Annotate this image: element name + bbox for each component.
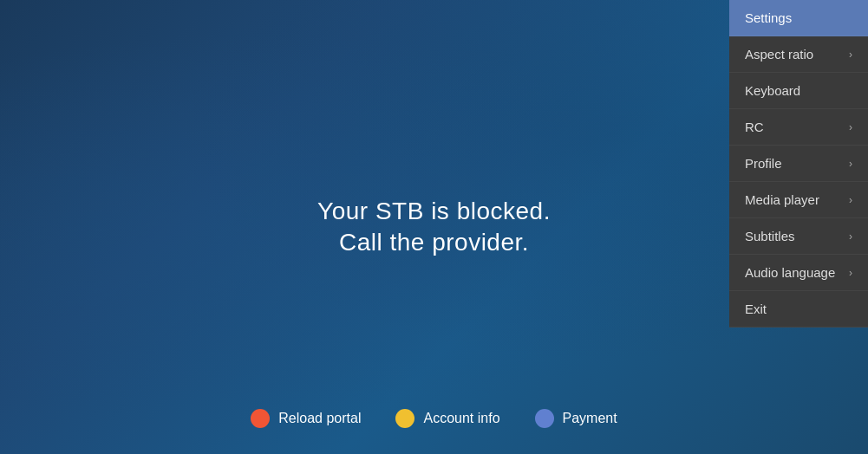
- reload-portal-dot: [251, 409, 270, 428]
- payment-button[interactable]: Payment: [535, 409, 617, 428]
- message-line2: Call the provider.: [317, 229, 551, 256]
- payment-label: Payment: [563, 411, 617, 426]
- account-info-button[interactable]: Account info: [395, 409, 499, 428]
- menu-item-aspect-ratio[interactable]: Aspect ratio›: [729, 36, 868, 73]
- menu-item-label-exit: Exit: [745, 302, 767, 316]
- main-message: Your STB is blocked. Call the provider.: [317, 198, 551, 256]
- menu-item-keyboard[interactable]: Keyboard: [729, 73, 868, 109]
- menu-item-label-subtitles: Subtitles: [745, 229, 795, 243]
- menu-item-label-profile: Profile: [745, 156, 782, 171]
- menu-item-audio-language[interactable]: Audio language›: [729, 255, 868, 291]
- account-info-label: Account info: [423, 411, 499, 426]
- chevron-right-icon: ›: [849, 230, 852, 243]
- payment-dot: [535, 409, 554, 428]
- account-info-dot: [395, 409, 414, 428]
- menu-item-label-rc: RC: [745, 120, 764, 134]
- menu-item-label-settings: Settings: [745, 10, 792, 25]
- menu-item-subtitles[interactable]: Subtitles›: [729, 218, 868, 255]
- chevron-right-icon: ›: [849, 121, 852, 133]
- menu-item-label-keyboard: Keyboard: [745, 83, 800, 98]
- menu-item-label-aspect-ratio: Aspect ratio: [745, 47, 813, 62]
- menu-item-label-audio-language: Audio language: [745, 265, 835, 280]
- menu-item-rc[interactable]: RC›: [729, 109, 868, 146]
- menu-item-label-media-player: Media player: [745, 192, 819, 207]
- menu-item-settings[interactable]: Settings: [729, 0, 868, 36]
- menu-item-media-player[interactable]: Media player›: [729, 182, 868, 218]
- chevron-right-icon: ›: [849, 267, 852, 279]
- bottom-bar: Reload portal Account info Payment: [0, 409, 868, 428]
- menu-item-profile[interactable]: Profile›: [729, 146, 868, 182]
- chevron-right-icon: ›: [849, 194, 852, 206]
- reload-portal-button[interactable]: Reload portal: [251, 409, 361, 428]
- chevron-right-icon: ›: [849, 158, 852, 170]
- message-line1: Your STB is blocked.: [317, 198, 551, 225]
- menu-item-exit[interactable]: Exit: [729, 291, 868, 328]
- settings-menu: SettingsAspect ratio›KeyboardRC›Profile›…: [729, 0, 868, 328]
- reload-portal-label: Reload portal: [278, 411, 361, 426]
- chevron-right-icon: ›: [849, 49, 852, 61]
